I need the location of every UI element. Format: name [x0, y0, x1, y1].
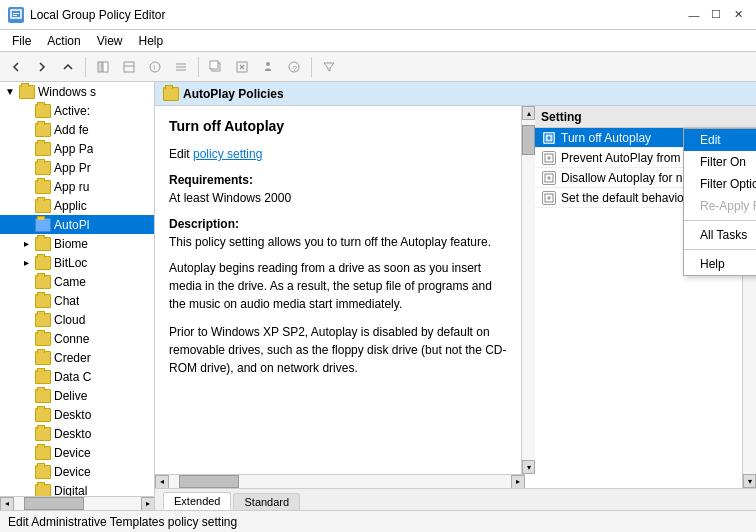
toolbar-btn-3[interactable]: i: [143, 55, 167, 79]
settings-panel-wrap: Setting Turn of: [535, 106, 756, 488]
body-text-2: Prior to Windows XP SP2, Autoplay is dis…: [169, 325, 507, 375]
hscroll-left[interactable]: ◂: [0, 497, 14, 511]
maximize-button[interactable]: ☐: [706, 5, 726, 25]
requirements-section: Requirements: At least Windows 2000: [169, 171, 510, 207]
tree-item-apppr[interactable]: ▸ App Pr: [0, 158, 154, 177]
tab-standard[interactable]: Standard: [233, 493, 300, 510]
sidebar-hscroll[interactable]: ◂ ▸: [0, 496, 155, 510]
close-button[interactable]: ✕: [728, 5, 748, 25]
tree-item-appru[interactable]: ▸ App ru: [0, 177, 154, 196]
tree-item-deskto1[interactable]: ▸ Deskto: [0, 405, 154, 424]
tree-item-autopl[interactable]: ▸ AutoPl: [0, 215, 154, 234]
context-menu-filter-on[interactable]: Filter On: [684, 151, 756, 173]
filter-button[interactable]: [317, 55, 341, 79]
show-hide-console-tree-button[interactable]: [91, 55, 115, 79]
folder-icon-device2: [35, 465, 51, 479]
context-help-label: Help: [700, 257, 725, 271]
edit-policy-link[interactable]: policy setting: [193, 147, 262, 161]
right-panel: AutoPlay Policies Turn off Autoplay Edit…: [155, 82, 756, 510]
tree-item-cloud[interactable]: ▸ Cloud: [0, 310, 154, 329]
folder-icon-deskto2: [35, 427, 51, 441]
toolbar-btn-2[interactable]: [117, 55, 141, 79]
context-menu-help[interactable]: Help: [684, 253, 756, 275]
tree-item-bitloc[interactable]: ▸ BitLoc: [0, 253, 154, 272]
svg-rect-2: [13, 15, 17, 16]
tree-item-addfe[interactable]: ▸ Add fe: [0, 120, 154, 139]
menu-action[interactable]: Action: [39, 32, 88, 50]
folder-icon-apppa: [35, 142, 51, 156]
tree-item-active[interactable]: ▸ Active:: [0, 101, 154, 120]
svg-rect-1: [13, 13, 19, 14]
tree-item-device1[interactable]: ▸ Device: [0, 443, 154, 462]
tree-item-apppa[interactable]: ▸ App Pa: [0, 139, 154, 158]
tab-bar: Extended Standard: [155, 488, 756, 510]
tree-item-device2[interactable]: ▸ Device: [0, 462, 154, 481]
expand-icon-windows[interactable]: ▼: [4, 86, 16, 98]
folder-icon-bitloc: [35, 256, 51, 270]
expand-icon-biome[interactable]: ▸: [20, 238, 32, 250]
desc-hscroll-thumb[interactable]: [179, 475, 239, 488]
tree-item-creder[interactable]: ▸ Creder: [0, 348, 154, 367]
context-menu-reapply: Re-Apply Filter: [684, 195, 756, 217]
menu-file[interactable]: File: [4, 32, 39, 50]
menu-bar: File Action View Help: [0, 30, 756, 52]
settings-header: Setting: [535, 106, 756, 128]
tree-item-came[interactable]: ▸ Came: [0, 272, 154, 291]
menu-view[interactable]: View: [89, 32, 131, 50]
desc-vscroll: ▴ ▾: [521, 106, 535, 474]
svg-rect-3: [98, 62, 102, 72]
tree-label-bitloc: BitLoc: [54, 256, 87, 270]
policy-icon-1: [541, 150, 557, 166]
tree-item-deskto2[interactable]: ▸ Deskto: [0, 424, 154, 443]
description-panel: Turn off Autoplay Edit policy setting Re…: [155, 106, 525, 488]
help-button[interactable]: ?: [282, 55, 306, 79]
forward-button[interactable]: [30, 55, 54, 79]
menu-help[interactable]: Help: [131, 32, 172, 50]
context-menu-edit[interactable]: Edit: [684, 129, 756, 151]
tree-label-biome: Biome: [54, 237, 88, 251]
back-button[interactable]: [4, 55, 28, 79]
tree-item-conne[interactable]: ▸ Conne: [0, 329, 154, 348]
expand-icon-bitloc[interactable]: ▸: [20, 257, 32, 269]
context-menu-all-tasks[interactable]: All Tasks ▶: [684, 224, 756, 246]
tree-label-device2: Device: [54, 465, 91, 479]
tree-item-windows[interactable]: ▼ Windows s: [0, 82, 154, 101]
hscroll-thumb[interactable]: [24, 497, 84, 510]
folder-icon-creder: [35, 351, 51, 365]
toolbar-btn-4[interactable]: [169, 55, 193, 79]
tree-item-delive[interactable]: ▸ Delive: [0, 386, 154, 405]
new-window-button[interactable]: [204, 55, 228, 79]
tree-item-applic[interactable]: ▸ Applic: [0, 196, 154, 215]
content-rows: ▼ Windows s ▸ Active: ▸: [0, 82, 756, 510]
desc-hscroll[interactable]: ◂ ▸: [155, 474, 525, 488]
tree-item-datac[interactable]: ▸ Data C: [0, 367, 154, 386]
svg-text:?: ?: [293, 64, 298, 73]
hscroll-right[interactable]: ▸: [141, 497, 155, 511]
up-button[interactable]: [56, 55, 80, 79]
tree-label-device1: Device: [54, 446, 91, 460]
desc-vscroll-up[interactable]: ▴: [522, 106, 535, 120]
context-menu-filter-options[interactable]: Filter Options...: [684, 173, 756, 195]
tab-extended[interactable]: Extended: [163, 492, 231, 510]
export-button[interactable]: [230, 55, 254, 79]
desc-vscroll-track: [522, 120, 535, 460]
minimize-button[interactable]: —: [684, 5, 704, 25]
desc-hscroll-left[interactable]: ◂: [155, 475, 169, 489]
settings-vscroll-down[interactable]: ▾: [743, 474, 756, 488]
tree-item-biome[interactable]: ▸ Biome: [0, 234, 154, 253]
tree-item-chat[interactable]: ▸ Chat: [0, 291, 154, 310]
desc-hscroll-right[interactable]: ▸: [511, 475, 525, 489]
app-icon: [8, 7, 24, 23]
folder-icon-deskto1: [35, 408, 51, 422]
desc-vscroll-down[interactable]: ▾: [522, 460, 535, 474]
tree-label-apppa: App Pa: [54, 142, 93, 156]
context-separator-1: [684, 220, 756, 221]
tree-label-active: Active:: [54, 104, 90, 118]
desc-hscroll-track: [169, 475, 511, 488]
tree-label-came: Came: [54, 275, 86, 289]
folder-icon-applic: [35, 199, 51, 213]
desc-vscroll-thumb[interactable]: [522, 125, 535, 155]
svg-rect-5: [124, 62, 134, 72]
folder-icon-apppr: [35, 161, 51, 175]
properties-button[interactable]: [256, 55, 280, 79]
